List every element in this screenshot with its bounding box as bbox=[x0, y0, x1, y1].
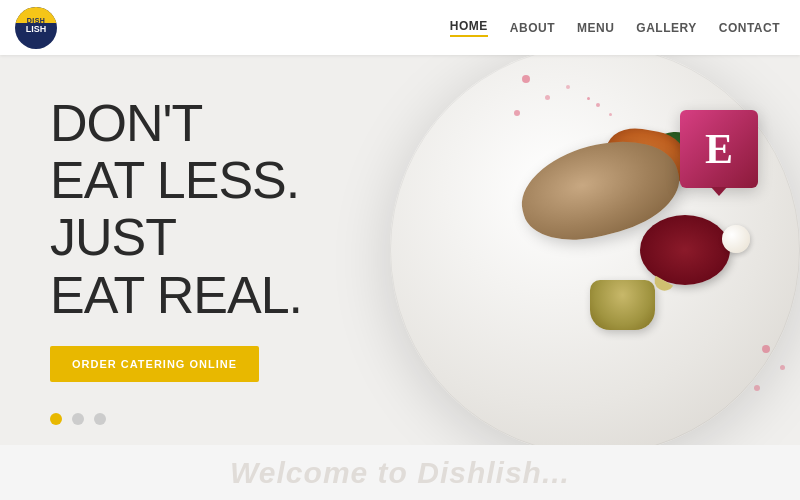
food-red bbox=[640, 215, 730, 285]
hero-section: E DON'T EAT LESS. JUST EAT REAL. ORDER C… bbox=[0, 55, 800, 445]
headline-line4: EAT REAL. bbox=[50, 267, 302, 324]
logo[interactable]: DISH LISH bbox=[15, 7, 57, 49]
sauce-dot bbox=[587, 97, 590, 100]
sauce-dot bbox=[596, 103, 600, 107]
slider-dot-2[interactable] bbox=[72, 413, 84, 425]
teaser-text: Welcome to Dishlish... bbox=[230, 456, 570, 490]
food-white-ball bbox=[722, 225, 750, 253]
nav-item-menu[interactable]: MENU bbox=[577, 21, 614, 35]
slider-dot-3[interactable] bbox=[94, 413, 106, 425]
elementor-logo-letter: E bbox=[705, 128, 733, 170]
headline-line2: EAT LESS. bbox=[50, 152, 302, 209]
sauce-dot bbox=[514, 110, 520, 116]
headline-line1: DON'T bbox=[50, 95, 302, 152]
site-header: DISH LISH HOME ABOUT MENU GALLERY CONTAC… bbox=[0, 0, 800, 55]
sauce-dot bbox=[609, 113, 612, 116]
sauce-dot bbox=[780, 365, 785, 370]
main-nav: HOME ABOUT MENU GALLERY CONTACT bbox=[450, 19, 780, 37]
nav-item-about[interactable]: ABOUT bbox=[510, 21, 555, 35]
logo-bottom-text: LISH bbox=[26, 25, 47, 34]
sauce-dot bbox=[754, 385, 760, 391]
hero-content: DON'T EAT LESS. JUST EAT REAL. ORDER CAT… bbox=[50, 95, 302, 382]
nav-item-home[interactable]: HOME bbox=[450, 19, 488, 37]
sauce-dot bbox=[762, 345, 770, 353]
elementor-badge[interactable]: E bbox=[680, 110, 758, 188]
logo-circle: DISH LISH bbox=[15, 7, 57, 49]
nav-item-gallery[interactable]: GALLERY bbox=[636, 21, 696, 35]
slider-dots bbox=[50, 413, 106, 425]
sauce-dot bbox=[522, 75, 530, 83]
logo-top-text: DISH bbox=[27, 17, 46, 24]
teaser-bar: Welcome to Dishlish... bbox=[0, 445, 800, 500]
sauce-dot bbox=[545, 95, 550, 100]
slider-dot-1[interactable] bbox=[50, 413, 62, 425]
headline-line3: JUST bbox=[50, 209, 302, 266]
sauce-bowl bbox=[590, 280, 655, 330]
hero-headline: DON'T EAT LESS. JUST EAT REAL. bbox=[50, 95, 302, 324]
nav-item-contact[interactable]: CONTACT bbox=[719, 21, 780, 35]
cta-button[interactable]: ORDER CATERING ONLINE bbox=[50, 346, 259, 382]
sauce-dot bbox=[566, 85, 570, 89]
